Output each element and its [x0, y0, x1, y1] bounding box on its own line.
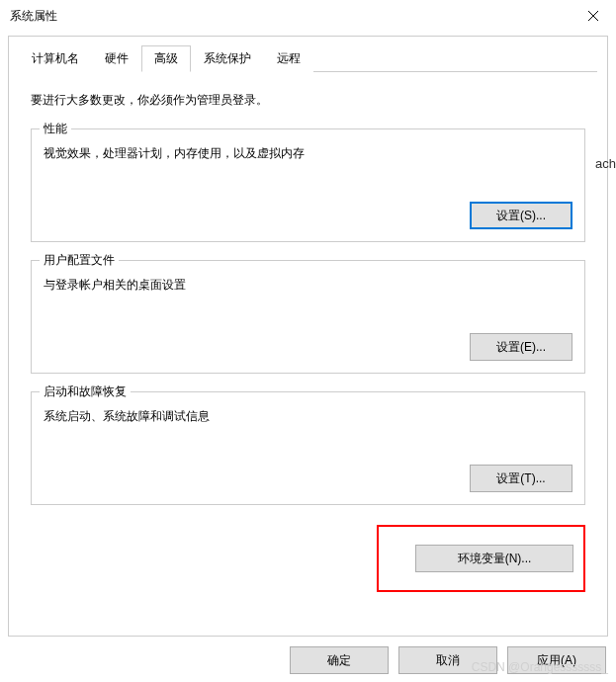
startup-group: 启动和故障恢复 系统启动、系统故障和调试信息 设置(T)... — [31, 391, 585, 505]
tab-computer-name[interactable]: 计算机名 — [19, 45, 92, 72]
apply-button[interactable]: 应用(A) — [507, 646, 606, 674]
user-profile-settings-button[interactable]: 设置(E)... — [470, 333, 572, 361]
performance-desc: 视觉效果，处理器计划，内存使用，以及虚拟内存 — [44, 145, 572, 162]
tab-remote[interactable]: 远程 — [264, 45, 313, 72]
environment-variables-button[interactable]: 环境变量(N)... — [415, 545, 573, 572]
startup-desc: 系统启动、系统故障和调试信息 — [44, 408, 572, 425]
ok-button[interactable]: 确定 — [290, 646, 389, 674]
intro-text: 要进行大多数更改，你必须作为管理员登录。 — [31, 92, 585, 109]
performance-settings-button[interactable]: 设置(S)... — [470, 202, 572, 229]
user-profile-group: 用户配置文件 与登录帐户相关的桌面设置 设置(E)... — [31, 260, 585, 374]
cropped-side-text: ach — [595, 156, 616, 171]
performance-group: 性能 视觉效果，处理器计划，内存使用，以及虚拟内存 设置(S)... — [31, 128, 585, 242]
startup-settings-button[interactable]: 设置(T)... — [470, 465, 572, 492]
tab-advanced[interactable]: 高级 — [141, 45, 191, 72]
tab-system-protection[interactable]: 系统保护 — [191, 45, 264, 72]
user-profile-title: 用户配置文件 — [40, 252, 119, 269]
startup-title: 启动和故障恢复 — [40, 384, 131, 400]
user-profile-desc: 与登录帐户相关的桌面设置 — [44, 277, 572, 294]
window-title: 系统属性 — [10, 8, 57, 25]
dialog-footer: 确定 取消 应用(A) — [290, 646, 606, 674]
tab-hardware[interactable]: 硬件 — [92, 45, 141, 72]
cancel-button[interactable]: 取消 — [398, 646, 497, 674]
close-icon — [588, 11, 598, 21]
close-button[interactable] — [571, 0, 616, 32]
env-highlight-box: 环境变量(N)... — [377, 525, 585, 592]
performance-title: 性能 — [40, 121, 71, 137]
tab-strip: 计算机名 硬件 高级 系统保护 远程 — [19, 44, 597, 72]
